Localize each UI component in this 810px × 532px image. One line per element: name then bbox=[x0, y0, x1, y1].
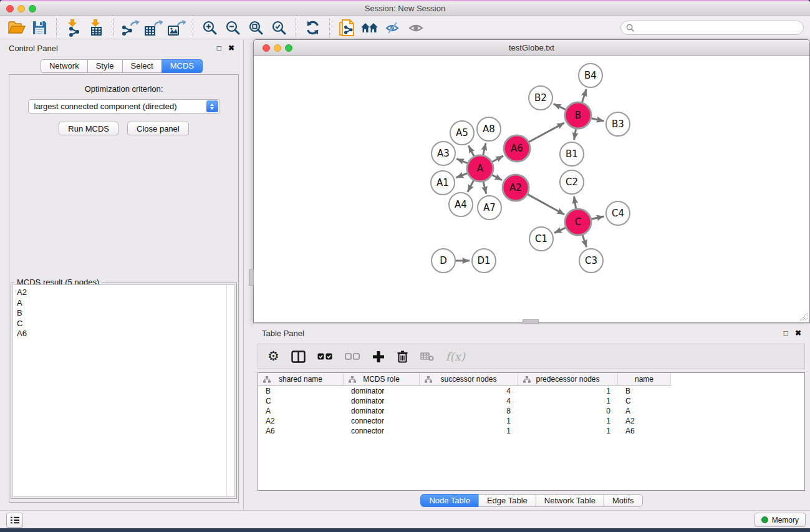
table-settings-button[interactable]: ⚙ bbox=[268, 350, 279, 363]
criterion-dropdown[interactable]: largest connected component (directed) bbox=[28, 99, 220, 114]
table-row[interactable]: A2connector11A2 bbox=[258, 416, 804, 426]
graph-node-A3[interactable]: A3 bbox=[432, 142, 455, 165]
graph-node-B2[interactable]: B2 bbox=[529, 86, 552, 110]
table-cell[interactable]: 8 bbox=[420, 406, 518, 416]
list-scrollbar[interactable] bbox=[226, 285, 234, 496]
graph-edge-C-C1[interactable] bbox=[554, 228, 566, 233]
graph-edge-A-A6[interactable] bbox=[492, 156, 503, 162]
graph-edge-A-A4[interactable] bbox=[468, 180, 474, 191]
search-input[interactable] bbox=[637, 24, 798, 32]
table-cell[interactable]: connector bbox=[344, 416, 420, 426]
export-network-button[interactable] bbox=[118, 19, 142, 37]
column-header-MCDS-role[interactable]: MCDS role bbox=[344, 373, 420, 386]
run-mcds-button[interactable]: Run MCDS bbox=[59, 122, 118, 135]
tab-network-table[interactable]: Network Table bbox=[536, 494, 604, 507]
float-panel-icon[interactable]: □ bbox=[217, 44, 221, 52]
table-row[interactable]: Adominator80A bbox=[258, 406, 804, 416]
graph-edge-B-B2[interactable] bbox=[554, 104, 566, 110]
graph-node-A2[interactable]: A2 bbox=[503, 175, 529, 201]
split-panel-button[interactable] bbox=[291, 351, 306, 363]
tab-style[interactable]: Style bbox=[87, 59, 123, 73]
select-all-columns-button[interactable] bbox=[317, 353, 333, 360]
graph-edge-A-A3[interactable] bbox=[456, 159, 467, 163]
delete-table-button[interactable] bbox=[420, 352, 434, 361]
table-cell[interactable]: 1 bbox=[518, 426, 618, 436]
graph-node-B4[interactable]: B4 bbox=[579, 64, 602, 87]
export-image-button[interactable] bbox=[165, 19, 188, 37]
table-cell[interactable]: 1 bbox=[420, 416, 518, 426]
deselect-all-columns-button[interactable] bbox=[345, 353, 360, 360]
graph-edge-A-A2[interactable] bbox=[492, 175, 502, 181]
import-table-button[interactable] bbox=[85, 19, 108, 37]
graph-node-A1[interactable]: A1 bbox=[431, 171, 455, 195]
graph-node-A7[interactable]: A7 bbox=[478, 196, 501, 220]
graph-edge-C-C4[interactable] bbox=[591, 216, 604, 219]
graph-edge-A-A8[interactable] bbox=[483, 143, 486, 155]
graph-edge-A2-C[interactable] bbox=[528, 195, 564, 215]
function-builder-button[interactable]: f(x) bbox=[446, 350, 465, 363]
graph-node-C1[interactable]: C1 bbox=[529, 227, 553, 251]
graph-node-A5[interactable]: A5 bbox=[450, 121, 474, 145]
graph-node-C3[interactable]: C3 bbox=[579, 249, 603, 273]
table-cell[interactable]: connector bbox=[344, 426, 420, 436]
graph-node-C4[interactable]: C4 bbox=[606, 201, 630, 225]
vertical-splitter-handle[interactable] bbox=[249, 269, 254, 286]
table-cell[interactable]: 1 bbox=[420, 426, 518, 436]
table-cell[interactable]: A bbox=[618, 406, 671, 416]
show-panels-button[interactable] bbox=[6, 513, 23, 528]
show-all-button[interactable] bbox=[358, 19, 381, 37]
open-session-button[interactable] bbox=[5, 19, 28, 37]
resize-grip-icon[interactable] bbox=[800, 313, 808, 321]
memory-button[interactable]: Memory bbox=[755, 513, 806, 527]
table-row[interactable]: Bdominator41B bbox=[258, 386, 804, 396]
table-cell[interactable]: 0 bbox=[518, 406, 618, 416]
mcds-result-item[interactable]: C bbox=[17, 319, 226, 329]
graph-edge-A-A7[interactable] bbox=[483, 181, 486, 193]
column-header-successor-nodes[interactable]: successor nodes bbox=[420, 373, 518, 386]
table-cell[interactable]: A bbox=[258, 406, 344, 416]
graph-node-A4[interactable]: A4 bbox=[449, 193, 473, 216]
close-panel-icon[interactable]: ✖ bbox=[228, 44, 234, 52]
mcds-result-item[interactable]: B bbox=[17, 308, 226, 319]
zoom-selected-button[interactable] bbox=[268, 19, 291, 37]
graph-node-B3[interactable]: B3 bbox=[606, 112, 630, 136]
table-cell[interactable]: C bbox=[258, 396, 344, 406]
show-selected-button[interactable] bbox=[404, 19, 427, 37]
graph-edge-C-C3[interactable] bbox=[582, 235, 587, 247]
table-cell[interactable]: A2 bbox=[258, 416, 344, 426]
delete-column-button[interactable] bbox=[397, 350, 408, 363]
graph-edge-B-B4[interactable] bbox=[582, 89, 587, 102]
tab-network[interactable]: Network bbox=[41, 59, 88, 73]
network-canvas[interactable]: B4B2BB3A5A8A6B1A3AA1C2A2A4A7C4CC1C3DD1 bbox=[254, 56, 809, 322]
table-row[interactable]: A6connector11A6 bbox=[258, 426, 804, 436]
table-cell[interactable]: B bbox=[258, 386, 344, 396]
table-cell[interactable]: 1 bbox=[518, 416, 618, 426]
mcds-result-item[interactable]: A6 bbox=[17, 329, 226, 339]
graph-node-B1[interactable]: B1 bbox=[560, 142, 584, 166]
table-cell[interactable]: C bbox=[618, 396, 671, 406]
zoom-out-button[interactable] bbox=[221, 19, 244, 37]
tab-node-table[interactable]: Node Table bbox=[420, 494, 479, 507]
mcds-result-item[interactable]: A bbox=[17, 298, 226, 309]
close-table-panel-icon[interactable]: ✖ bbox=[795, 329, 801, 337]
table-cell[interactable]: A2 bbox=[618, 416, 671, 426]
mcds-result-item[interactable]: A2 bbox=[17, 288, 226, 298]
graph-edge-B-B3[interactable] bbox=[591, 118, 604, 121]
graph-edge-C-C2[interactable] bbox=[574, 196, 576, 209]
tab-mcds[interactable]: MCDS bbox=[162, 59, 203, 73]
tab-motifs[interactable]: Motifs bbox=[604, 494, 643, 507]
table-cell[interactable]: dominator bbox=[344, 396, 420, 406]
table-cell[interactable]: dominator bbox=[344, 386, 420, 396]
save-session-button[interactable] bbox=[28, 19, 51, 37]
horizontal-splitter-handle[interactable] bbox=[523, 319, 539, 324]
table-cell[interactable]: A6 bbox=[258, 426, 344, 436]
export-table-button[interactable] bbox=[142, 19, 165, 37]
graph-edge-B-B1[interactable] bbox=[574, 129, 576, 140]
add-column-button[interactable] bbox=[372, 351, 385, 363]
close-panel-button[interactable]: Close panel bbox=[127, 122, 189, 135]
table-cell[interactable]: B bbox=[618, 386, 671, 396]
graph-edge-A6-B[interactable] bbox=[529, 123, 564, 142]
tab-select[interactable]: Select bbox=[122, 59, 162, 73]
float-table-panel-icon[interactable]: □ bbox=[784, 329, 788, 337]
hide-selected-button[interactable] bbox=[381, 19, 404, 37]
